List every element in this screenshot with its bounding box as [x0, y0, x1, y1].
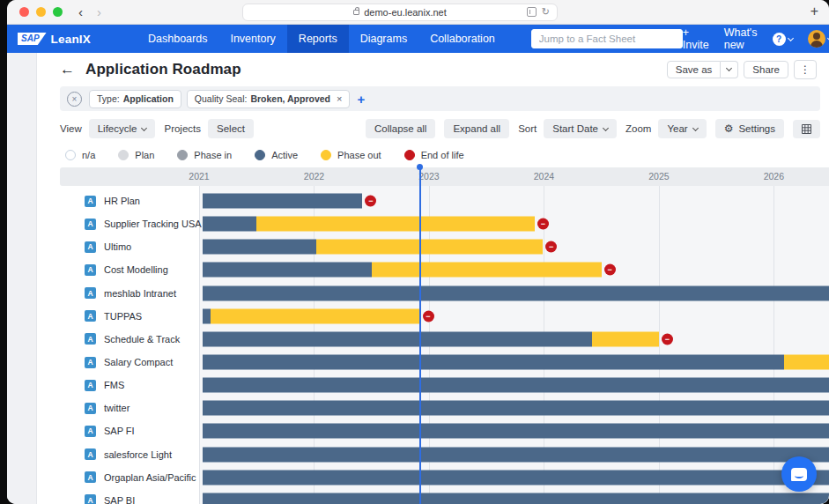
- projects-select-button[interactable]: Select: [208, 119, 254, 138]
- fact-sheet-label[interactable]: ACost Modelling: [37, 258, 199, 281]
- roadmap-row: AFMS: [37, 374, 829, 397]
- fact-sheet-label[interactable]: Atwitter: [37, 397, 199, 419]
- fact-sheet-label[interactable]: ASAP FI: [37, 419, 199, 442]
- view-select[interactable]: Lifecycle: [89, 119, 156, 138]
- nav-item-inventory[interactable]: Inventory: [218, 25, 286, 53]
- invite-button[interactable]: + Invite: [683, 26, 709, 51]
- nav-item-collaboration[interactable]: Collaboration: [418, 25, 507, 53]
- phase-segment-active[interactable]: [203, 424, 829, 439]
- address-bar[interactable]: demo-eu.leanix.net ↻: [242, 4, 558, 21]
- phase-segment-phaseOut[interactable]: [784, 355, 829, 370]
- end-of-life-icon[interactable]: −: [662, 333, 673, 345]
- fact-sheet-label[interactable]: AUltimo: [37, 235, 199, 258]
- fact-sheet-label[interactable]: Asalesforce Light: [37, 443, 199, 466]
- view-label: View: [60, 123, 82, 134]
- gear-icon: ⚙: [724, 124, 734, 133]
- legend-dot: [404, 150, 415, 160]
- legend-item-end-of-life[interactable]: End of life: [404, 150, 464, 160]
- nav-item-diagrams[interactable]: Diagrams: [349, 25, 419, 53]
- back-button[interactable]: ←: [60, 61, 75, 78]
- lifecycle-legend: n/aPlanPhase inActivePhase outEnd of lif…: [65, 146, 464, 164]
- application-badge-icon: A: [85, 333, 96, 345]
- save-as-dropdown-button[interactable]: [721, 61, 738, 78]
- phase-segment-active[interactable]: [203, 355, 784, 370]
- legend-item-active[interactable]: Active: [255, 150, 298, 160]
- roadmap-row: AOrgaplan Asia/Pacific: [37, 466, 829, 489]
- phase-segment-active[interactable]: [203, 331, 592, 346]
- fact-sheet-search-input[interactable]: [531, 29, 683, 48]
- nav-item-reports[interactable]: Reports: [287, 25, 349, 53]
- chip-value: Application: [123, 93, 174, 104]
- help-menu[interactable]: ?: [773, 33, 793, 46]
- fact-sheet-label[interactable]: ASupplier Tracking USA: [37, 212, 199, 235]
- phase-segment-active[interactable]: [203, 263, 372, 278]
- chevron-down-icon: [141, 124, 147, 130]
- share-button[interactable]: Share: [744, 61, 788, 78]
- browser-back-icon[interactable]: ‹: [78, 5, 83, 19]
- whats-new-button[interactable]: What's new: [724, 26, 758, 51]
- save-as-button[interactable]: Save as: [667, 61, 722, 78]
- phase-segment-phaseOut[interactable]: [592, 331, 659, 346]
- browser-forward-icon[interactable]: ›: [97, 5, 101, 19]
- phase-segment-active[interactable]: [203, 378, 829, 393]
- phase-segment-active[interactable]: [203, 308, 211, 323]
- end-of-life-icon[interactable]: −: [604, 264, 616, 276]
- row-timeline: −: [199, 258, 829, 281]
- fact-sheet-label[interactable]: AFMS: [37, 374, 199, 397]
- legend-item-phase-in[interactable]: Phase in: [177, 150, 232, 160]
- settings-button[interactable]: ⚙Settings: [715, 119, 784, 138]
- phase-segment-phaseOut[interactable]: [211, 308, 419, 323]
- expand-all-button[interactable]: Expand all: [444, 119, 509, 138]
- sort-select[interactable]: Start Date: [544, 119, 617, 138]
- more-options-button[interactable]: ⋮: [794, 60, 817, 79]
- phase-segment-active[interactable]: [203, 493, 829, 504]
- filter-chip-0[interactable]: Type:Application: [89, 90, 181, 108]
- end-of-life-icon[interactable]: −: [365, 196, 376, 207]
- phase-segment-phaseOut[interactable]: [256, 217, 535, 232]
- remove-filter-icon[interactable]: ×: [337, 93, 342, 104]
- phase-segment-active[interactable]: [203, 194, 362, 209]
- end-of-life-icon[interactable]: −: [545, 241, 557, 253]
- fact-sheet-label[interactable]: ASAP BI: [37, 489, 199, 504]
- zoom-select[interactable]: Year: [658, 119, 706, 138]
- roadmap-row: AHR Plan−: [37, 189, 829, 212]
- minimize-window-button[interactable]: [36, 7, 46, 17]
- timeline-year-axis: 202120222023202420252026: [60, 167, 829, 186]
- brand-logo[interactable]: SAP LeanIX: [18, 33, 91, 46]
- close-window-button[interactable]: [19, 7, 29, 17]
- legend-item-plan[interactable]: Plan: [118, 150, 154, 160]
- translate-icon[interactable]: [527, 7, 537, 17]
- row-timeline: [199, 419, 829, 442]
- end-of-life-icon[interactable]: −: [423, 310, 434, 322]
- maximize-window-button[interactable]: [53, 7, 63, 17]
- fact-sheet-label[interactable]: ASalary Compact: [37, 351, 199, 374]
- fact-sheet-label[interactable]: AHR Plan: [37, 189, 199, 212]
- chat-button[interactable]: [781, 456, 817, 492]
- legend-item-n-a[interactable]: n/a: [65, 150, 95, 160]
- fact-sheet-label[interactable]: Ameshlab Intranet: [37, 282, 199, 305]
- add-filter-button[interactable]: +: [357, 92, 365, 107]
- fact-sheet-label[interactable]: ATUPPAS: [37, 305, 199, 328]
- phase-segment-active[interactable]: [203, 285, 829, 300]
- collapse-all-button[interactable]: Collapse all: [366, 119, 435, 138]
- legend-item-phase-out[interactable]: Phase out: [321, 150, 381, 160]
- filter-chip-1[interactable]: Quality Seal:Broken, Approved×: [187, 90, 351, 108]
- phase-segment-phaseOut[interactable]: [316, 240, 543, 255]
- reset-filters-button[interactable]: ×: [67, 92, 82, 107]
- user-menu[interactable]: [808, 30, 829, 48]
- row-timeline: [199, 351, 829, 374]
- phase-segment-active[interactable]: [203, 240, 316, 255]
- fact-sheet-label[interactable]: ASchedule & Track: [37, 328, 199, 351]
- application-badge-icon: A: [85, 448, 96, 460]
- reload-icon[interactable]: ↻: [542, 7, 550, 17]
- fact-sheet-label[interactable]: AOrgaplan Asia/Pacific: [37, 466, 199, 489]
- phase-segment-active[interactable]: [203, 401, 829, 416]
- phase-segment-active[interactable]: [203, 217, 256, 232]
- phase-segment-active[interactable]: [203, 470, 829, 485]
- table-view-button[interactable]: [793, 120, 820, 138]
- phase-segment-phaseOut[interactable]: [372, 263, 602, 278]
- end-of-life-icon[interactable]: −: [537, 219, 549, 230]
- new-tab-button[interactable]: +: [810, 4, 818, 19]
- nav-item-dashboards[interactable]: Dashboards: [137, 25, 218, 53]
- phase-segment-active[interactable]: [203, 447, 829, 462]
